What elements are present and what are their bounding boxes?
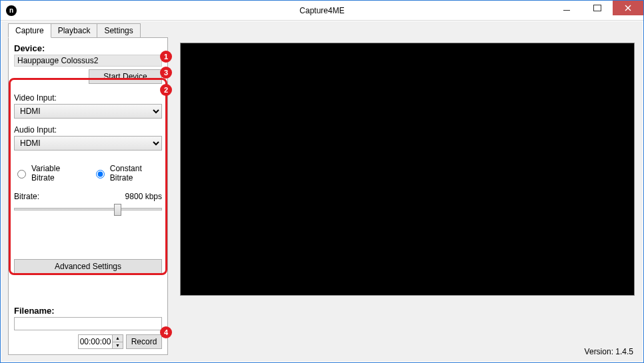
- video-input-select[interactable]: HDMI: [14, 104, 162, 119]
- minimize-button[interactable]: [551, 1, 582, 15]
- video-input-label: Video Input:: [14, 93, 162, 103]
- device-label: Device:: [14, 43, 162, 53]
- slider-thumb[interactable]: [114, 204, 121, 216]
- window-buttons: [551, 1, 643, 15]
- window-title: Capture4ME: [1, 6, 643, 15]
- titlebar: n Capture4ME: [1, 1, 643, 21]
- spinner-up-icon[interactable]: ▲: [112, 335, 123, 342]
- bitrate-slider[interactable]: [14, 202, 162, 216]
- bitrate-mode-radios: Variable Bitrate Constant Bitrate: [14, 164, 162, 182]
- close-icon: [625, 5, 631, 11]
- variable-bitrate-label: Variable Bitrate: [31, 164, 81, 182]
- bitrate-value: 9800 kbps: [125, 192, 162, 201]
- maximize-button[interactable]: [582, 1, 613, 15]
- annotation-badge-3: 3: [160, 67, 172, 79]
- audio-input-label: Audio Input:: [14, 125, 162, 135]
- tabs-container: Capture Playback Settings Device: Hauppa…: [8, 23, 168, 355]
- variable-bitrate-input[interactable]: [17, 170, 26, 179]
- annotation-badge-1: 1: [160, 51, 172, 63]
- record-button[interactable]: Record: [126, 334, 162, 349]
- variable-bitrate-radio[interactable]: Variable Bitrate: [14, 164, 81, 182]
- filename-section: Filename: 00:00:00 ▲ ▼ Record: [14, 304, 162, 349]
- device-name-cell[interactable]: Hauppauge Colossus2: [14, 55, 162, 67]
- bitrate-label: Bitrate:: [14, 192, 39, 201]
- video-preview: [180, 43, 635, 296]
- tab-capture[interactable]: Capture: [8, 23, 51, 38]
- start-device-button[interactable]: Start Device: [89, 69, 162, 84]
- tab-settings[interactable]: Settings: [97, 23, 140, 38]
- constant-bitrate-label: Constant Bitrate: [110, 164, 162, 182]
- close-button[interactable]: [613, 1, 643, 15]
- filename-input[interactable]: [14, 317, 162, 330]
- slider-track: [14, 208, 162, 210]
- annotation-badge-4: 4: [160, 326, 172, 338]
- constant-bitrate-radio[interactable]: Constant Bitrate: [93, 164, 162, 182]
- tab-panel-capture: Device: Hauppauge Colossus2 Start Device…: [8, 37, 168, 355]
- annotation-badge-2: 2: [160, 84, 172, 96]
- client-area: Capture Playback Settings Device: Hauppa…: [1, 21, 643, 362]
- duration-value: 00:00:00: [79, 335, 112, 348]
- constant-bitrate-input[interactable]: [96, 170, 105, 179]
- advanced-settings-button[interactable]: Advanced Settings: [14, 259, 162, 274]
- filename-label: Filename:: [14, 306, 162, 316]
- spinner-down-icon[interactable]: ▼: [112, 342, 123, 349]
- spinner-arrows: ▲ ▼: [112, 335, 123, 348]
- tabstrip: Capture Playback Settings: [8, 23, 168, 37]
- version-label: Version: 1.4.5: [585, 347, 633, 356]
- tab-playback[interactable]: Playback: [51, 23, 98, 38]
- duration-spinner[interactable]: 00:00:00 ▲ ▼: [78, 334, 123, 349]
- audio-input-select[interactable]: HDMI: [14, 136, 162, 151]
